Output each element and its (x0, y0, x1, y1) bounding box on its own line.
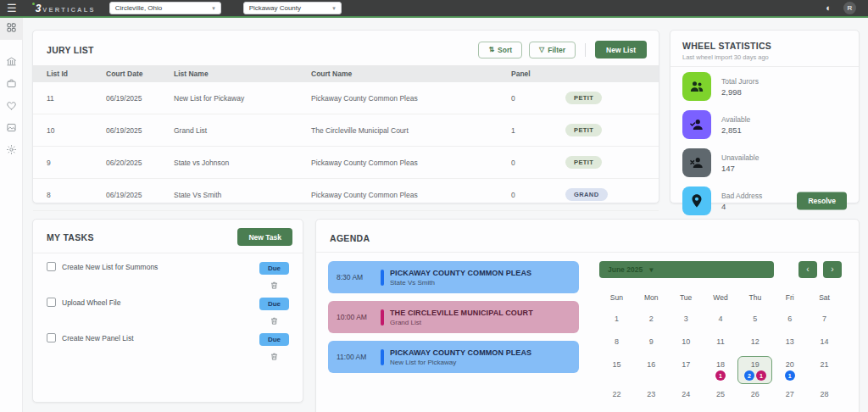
event-count-badge: 2 (744, 370, 754, 381)
calendar-day[interactable]: 9 (634, 333, 669, 354)
calendar-day[interactable]: 26 (737, 386, 772, 407)
calendar-day[interactable]: 29 (599, 409, 634, 412)
calendar-day[interactable]: 4 (704, 310, 738, 331)
calendar-day[interactable]: 3 (737, 409, 772, 412)
task-label: Upload Wheel File (62, 298, 120, 307)
task-checkbox[interactable] (47, 262, 56, 271)
table-row[interactable]: 1106/19/2025 New List for PickawayPickaw… (33, 82, 659, 114)
trash-icon[interactable] (270, 349, 279, 359)
calendar-day[interactable]: 2 (704, 409, 738, 412)
divider (585, 43, 586, 57)
city-select[interactable]: Circleville, Ohio ▾ (109, 2, 221, 14)
calendar-day[interactable]: 3 (669, 310, 704, 331)
table-row[interactable]: 906/20/2025 State vs JohnsonPickaway Cou… (33, 147, 659, 179)
day-number: 22 (612, 390, 620, 398)
calendar-day[interactable]: 1 (669, 409, 704, 412)
calendar-day[interactable]: 6 (772, 310, 807, 331)
agenda-event[interactable]: 8:30 AM PICKAWAY COUNTY COMMON PLEAS Sta… (328, 261, 579, 293)
calendar-day[interactable]: 5 (807, 409, 842, 412)
calendar-day[interactable]: 25 (704, 386, 738, 407)
weekday-label: Fri (772, 290, 807, 309)
calendar-day[interactable]: 21 (807, 356, 842, 384)
county-select[interactable]: Pickaway County ▾ (243, 2, 342, 14)
task-checkbox[interactable] (47, 333, 56, 342)
due-badge[interactable]: Due (259, 333, 289, 346)
my-tasks-panel: MY TASKS New Task Create New List for Su… (32, 219, 303, 403)
calendar-day[interactable]: 11 (704, 333, 738, 354)
calendar-day[interactable]: 12 (737, 333, 772, 354)
calendar-day[interactable]: 27 (772, 386, 807, 407)
column-header[interactable]: List Id (33, 65, 106, 82)
calendar-day[interactable]: 24 (669, 386, 704, 407)
trash-icon[interactable] (270, 278, 279, 287)
month-selector-button[interactable]: June 2025 ▾ (599, 261, 774, 278)
trash-icon[interactable] (270, 314, 279, 323)
agenda-event[interactable]: 11:00 AM PICKAWAY COUNTY COMMON PLEAS Ne… (328, 341, 579, 373)
new-task-button[interactable]: New Task (237, 228, 292, 246)
column-header[interactable]: List Name (174, 65, 311, 82)
agenda-title: AGENDA (330, 233, 370, 243)
calendar-day[interactable]: 201 (772, 356, 807, 384)
due-badge[interactable]: Due (259, 298, 289, 310)
dark-mode-toggle-icon[interactable]: ◐ (826, 3, 832, 13)
calendar-day[interactable]: 4 (772, 409, 807, 412)
day-number: 16 (647, 360, 655, 369)
new-list-button[interactable]: New List (595, 41, 647, 58)
day-number: 12 (751, 337, 760, 346)
sidebar-item-reports[interactable] (0, 118, 23, 140)
sidebar-item-courts[interactable] (0, 52, 23, 74)
event-count-badge: 1 (785, 370, 795, 381)
stat-value: 2,851 (721, 125, 750, 135)
table-row[interactable]: 1006/19/2025 Grand ListThe Circleville M… (33, 114, 659, 147)
my-tasks-title: MY TASKS (47, 232, 94, 242)
user-avatar[interactable]: R (843, 2, 856, 14)
event-count-badge: 1 (715, 370, 726, 381)
calendar-day[interactable]: 8 (599, 333, 634, 354)
sidebar-item-cases[interactable] (0, 74, 23, 96)
calendar-day[interactable]: 14 (807, 333, 842, 354)
agenda-event[interactable]: 10:00 AM THE CIRCLEVILLE MUNICIPAL COURT… (328, 301, 579, 333)
column-header[interactable]: Court Date (106, 65, 174, 82)
panel-type-badge: PETIT (565, 92, 602, 104)
calendar-day[interactable]: 22 (599, 386, 634, 407)
calendar-day[interactable]: 181 (704, 356, 738, 384)
column-header[interactable]: Court Name (311, 65, 511, 82)
calendar-day[interactable]: 23 (634, 386, 669, 407)
table-row[interactable]: 806/19/2025 State Vs SmithPickaway Count… (33, 179, 659, 211)
sidebar-item-dashboard[interactable] (0, 18, 23, 40)
wheel-statistics-title: WHEEL STATISTICS (682, 41, 847, 51)
day-number: 9 (649, 337, 654, 346)
task-checkbox[interactable] (47, 298, 56, 307)
next-month-button[interactable]: › (823, 261, 842, 278)
calendar-day[interactable]: 5 (737, 310, 772, 331)
day-number: 26 (751, 390, 760, 398)
previous-month-button[interactable]: ‹ (798, 261, 817, 278)
hamburger-menu-icon[interactable]: ☰ (7, 3, 17, 14)
event-time: 10:00 AM (337, 313, 381, 321)
calendar-day[interactable]: 30 (634, 409, 669, 412)
filter-button[interactable]: ▽ Filter (529, 42, 576, 58)
column-header[interactable]: Panel (511, 65, 565, 82)
resolve-button[interactable]: Resolve (797, 192, 847, 209)
sidebar-item-favorites[interactable] (0, 96, 23, 118)
sidebar-item-settings[interactable] (0, 140, 23, 162)
calendar-day[interactable]: 17 (669, 356, 704, 384)
sort-button[interactable]: ⇅ Sort (478, 42, 522, 58)
stat-label: Total Jurors (721, 77, 759, 86)
calendar-day[interactable]: 10 (669, 333, 704, 354)
jury-list-title: JURY LIST (47, 45, 94, 55)
calendar-day[interactable]: 2 (634, 310, 669, 331)
calendar-day[interactable]: 7 (807, 310, 842, 331)
calendar-day[interactable]: 15 (599, 356, 634, 384)
calendar-day[interactable]: 1 (599, 310, 634, 331)
calendar-day-selected[interactable]: 1921 (737, 356, 772, 384)
due-badge[interactable]: Due (259, 262, 289, 275)
gear-icon (6, 143, 17, 159)
calendar-day[interactable]: 16 (634, 356, 669, 384)
wheel-statistics-subtitle: Last wheel import 30 days ago (682, 53, 847, 61)
app-screen: ☰ 3 VERTICALS Circleville, Ohio ▾ Pickaw… (0, 0, 868, 412)
calendar-day[interactable]: 28 (807, 386, 842, 407)
calendar-day[interactable]: 13 (772, 333, 807, 354)
event-accent-bar (381, 309, 384, 326)
weekday-label: Sun (599, 290, 634, 309)
